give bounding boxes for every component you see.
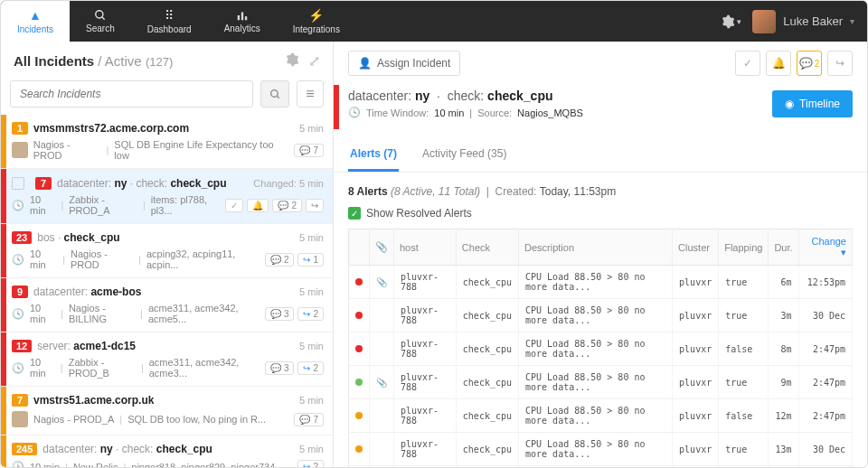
table-row[interactable]: pluvxr-788check_cpuCPU Load 88.50 > 80 n… bbox=[349, 433, 853, 466]
target-icon: ◉ bbox=[785, 98, 794, 110]
incident-item[interactable]: 7 datacenter: ny · check: check_cpu Chan… bbox=[1, 169, 333, 224]
gear-icon[interactable]: ▾ bbox=[721, 14, 741, 29]
table-row[interactable]: pluvxr-788check_cpuCPU Load 88.50 > 80 n… bbox=[349, 399, 853, 433]
checkbox-checked-icon: ✓ bbox=[348, 207, 361, 220]
incident-item[interactable]: 12 server: acme1-dc15 5 min 🕓 10 min| Za… bbox=[1, 332, 333, 387]
col-host[interactable]: host bbox=[394, 229, 457, 266]
check-button[interactable]: ✓ bbox=[735, 51, 760, 76]
alert-icon: ▲ bbox=[29, 8, 42, 23]
incident-item[interactable]: 1 vmsmmstrs72.acme.corp.com 5 min Nagios… bbox=[1, 115, 333, 169]
bars-icon bbox=[236, 9, 249, 22]
alerts-heading: 8 Alerts (8 Active, 11 Total) | Created:… bbox=[334, 173, 867, 207]
checkbox[interactable] bbox=[12, 177, 24, 190]
incident-item[interactable]: 9 datacenter: acme-bos 5 min 🕓 10 min| N… bbox=[1, 278, 333, 332]
table-row[interactable]: pluvxr-788check_cpuCPU Load 88.50 > 80 n… bbox=[349, 332, 853, 366]
clock-icon: 🕓 bbox=[348, 107, 361, 118]
table-row[interactable]: 📎 pluvxr-788check_cpuCPU Load 88.50 > 80… bbox=[349, 266, 853, 299]
incident-item[interactable]: 7 vmstrs51.acme.corp.uk 5 min Nagios - P… bbox=[1, 387, 333, 435]
gear-icon[interactable] bbox=[285, 52, 299, 70]
col-check[interactable]: Check bbox=[456, 229, 518, 266]
col-change[interactable]: Change ▾ bbox=[798, 229, 852, 266]
sidebar-title: All Incidents / Active (127) bbox=[14, 53, 173, 69]
clock-icon: 🕓 bbox=[12, 308, 24, 320]
grid-icon: ⠿ bbox=[165, 8, 174, 23]
search-input[interactable] bbox=[10, 80, 253, 108]
share-button[interactable]: ↪ bbox=[827, 51, 853, 76]
bell-button[interactable]: 🔔 bbox=[766, 51, 791, 76]
table-row[interactable]: pluvxr-788check_cpuCPU Load 88.50 > 80 n… bbox=[349, 466, 853, 468]
svg-point-5 bbox=[270, 89, 278, 97]
clock-icon: 🕓 bbox=[12, 254, 24, 266]
alerts-table: 📎 host Check Description Cluster Flappin… bbox=[348, 229, 853, 467]
clock-icon: 🕓 bbox=[12, 362, 24, 374]
table-row[interactable]: 📎 pluvxr-788check_cpuCPU Load 88.50 > 80… bbox=[349, 366, 853, 399]
severity-stripe bbox=[334, 85, 339, 129]
comment-button[interactable]: 💬2 bbox=[797, 51, 822, 76]
col-desc[interactable]: Description bbox=[519, 229, 673, 266]
nav-search[interactable]: Search bbox=[70, 1, 131, 42]
incident-item[interactable]: 23 bos · check_cpu 5 min 🕓 10 min| Nagio… bbox=[1, 224, 333, 278]
user-plus-icon: 👤 bbox=[358, 57, 372, 70]
top-nav: ▲Incidents Search ⠿Dashboard Analytics ⚡… bbox=[1, 1, 867, 42]
svg-line-6 bbox=[277, 96, 279, 98]
svg-point-0 bbox=[96, 11, 103, 18]
expand-icon[interactable]: ⤢ bbox=[308, 52, 320, 70]
svg-rect-4 bbox=[245, 16, 247, 20]
content: 👤Assign Incident ✓ 🔔 💬2 ↪ datacenter: ny… bbox=[334, 42, 867, 467]
show-resolved-toggle[interactable]: ✓ Show Resolved Alerts bbox=[334, 207, 867, 229]
search-icon bbox=[94, 9, 107, 22]
plug-icon: ⚡ bbox=[308, 8, 324, 23]
nav-incidents[interactable]: ▲Incidents bbox=[1, 1, 70, 42]
avatar bbox=[12, 142, 28, 158]
clock-icon: 🕓 bbox=[12, 200, 24, 211]
sidebar: All Incidents / Active (127) ⤢ ≡ 1 vmsmm… bbox=[1, 42, 334, 467]
nav-integrations[interactable]: ⚡Integrations bbox=[277, 1, 356, 42]
avatar bbox=[12, 411, 28, 427]
col-dur[interactable]: Dur. bbox=[769, 229, 798, 266]
assign-button[interactable]: 👤Assign Incident bbox=[348, 51, 460, 76]
user-menu[interactable]: Luke Baker ▾ bbox=[752, 10, 854, 33]
svg-rect-3 bbox=[241, 13, 242, 21]
clock-icon: 🕓 bbox=[12, 461, 24, 467]
timeline-button[interactable]: ◉Timeline bbox=[772, 90, 853, 117]
col-cluster[interactable]: Cluster bbox=[673, 229, 719, 266]
tab-alerts[interactable]: Alerts (7) bbox=[348, 138, 399, 172]
nav-dashboard[interactable]: ⠿Dashboard bbox=[131, 1, 208, 42]
chevron-down-icon: ▾ bbox=[850, 16, 854, 26]
svg-rect-2 bbox=[237, 15, 239, 20]
user-name: Luke Baker bbox=[783, 14, 843, 28]
svg-line-1 bbox=[102, 17, 105, 20]
table-row[interactable]: pluvxr-788check_cpuCPU Load 88.50 > 80 n… bbox=[349, 299, 853, 332]
avatar bbox=[752, 10, 776, 33]
search-button[interactable] bbox=[260, 80, 289, 108]
incident-item[interactable]: 245 datacenter: ny · check: check_cpu 5 … bbox=[1, 435, 333, 467]
list-button[interactable]: ≡ bbox=[297, 80, 324, 108]
tab-feed[interactable]: Activity Feed (35) bbox=[420, 138, 508, 172]
col-flap[interactable]: Flapping bbox=[719, 229, 769, 266]
nav-analytics[interactable]: Analytics bbox=[208, 1, 277, 42]
